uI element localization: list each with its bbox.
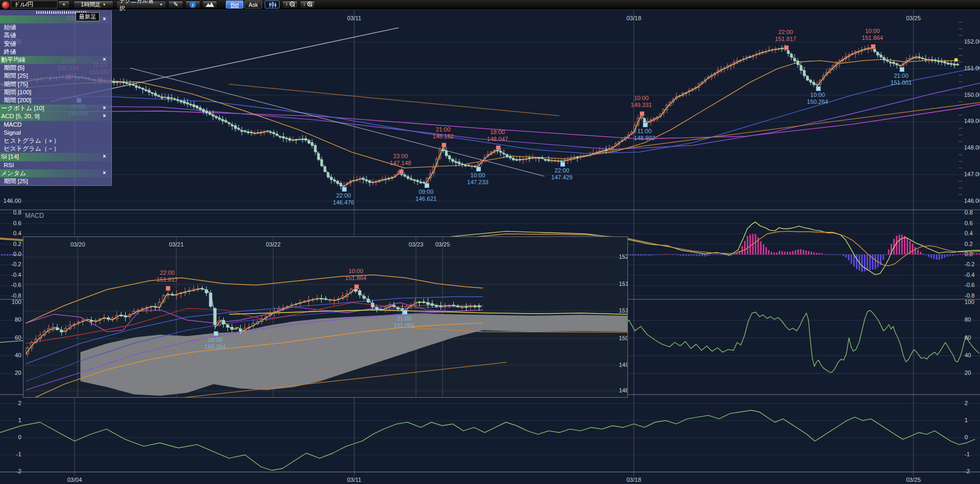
zoom-in-button[interactable]: ↕ <box>300 1 315 9</box>
chevron-down-icon: ▼ <box>62 3 66 6</box>
momentum-axis-label: 0 <box>965 434 968 441</box>
indicator-panel-item[interactable]: RSI <box>0 161 111 169</box>
candle-chart-button[interactable] <box>265 1 280 9</box>
indicator-panel-item[interactable]: ヒストグラム（＋） <box>0 137 111 145</box>
indicator-panel-item[interactable]: 始値 <box>0 23 111 31</box>
high-annotation: 23:00147.148 <box>381 153 420 167</box>
indicator-panel-item[interactable]: 期間 [100] <box>0 88 111 96</box>
date-label-bottom: 03/11 <box>347 477 362 483</box>
inset-price-label: 151 <box>619 307 627 314</box>
bid-label: Bid <box>231 2 239 8</box>
high-annotation: 10:00151.864 <box>337 268 375 282</box>
indicator-panel-item[interactable]: 安値 <box>0 40 111 48</box>
low-annotation: 11:00148.902 <box>625 128 664 142</box>
indicator-panel-header[interactable]: ークボトム [10]× <box>0 104 111 112</box>
rsi-axis-label: 100 <box>965 299 974 306</box>
price-axis-label: 150.00 <box>964 92 979 99</box>
date-label-bottom: 03/18 <box>626 477 641 483</box>
inset-date-label: 03/25 <box>435 241 450 248</box>
rsi-axis-label: 20 <box>0 370 21 376</box>
low-marker <box>560 162 565 167</box>
macd-panel-label: MACD <box>25 212 44 219</box>
currency-pair-dropdown-button[interactable]: ▼ <box>58 1 70 9</box>
technical-select-dropdown[interactable]: テクニカル選択 ▼ <box>116 1 166 9</box>
inset-date-label: 03/22 <box>266 241 281 248</box>
indicator-panel-item[interactable]: 終値 <box>0 48 111 56</box>
draw-tool-button[interactable]: ✎ <box>168 1 183 9</box>
macd-axis-label: -0.8 <box>0 292 21 299</box>
low-annotation: 09:00146.621 <box>407 188 445 202</box>
date-label-bottom: 03/25 <box>906 477 921 483</box>
zoom-out-button[interactable]: ↕ <box>282 1 298 9</box>
chevron-down-icon: ▼ <box>102 3 106 6</box>
date-label-bottom: 03/04 <box>67 477 82 483</box>
chart-style-button[interactable] <box>202 1 217 9</box>
indicator-panel-item[interactable]: 期間 [200] <box>0 96 111 104</box>
inset-price-label: 152 <box>619 253 627 260</box>
indicator-list-panel[interactable]: ×始値高値安値終値動平均線×期間 [5]期間 [25]期間 [75]期間 [10… <box>0 10 112 186</box>
rsi-axis-label: 80 <box>965 316 971 323</box>
indicator-panel-item[interactable]: MACD <box>0 121 111 129</box>
date-label: 03/18 <box>626 15 641 21</box>
low-marker <box>424 183 429 188</box>
price-axis-label: 148.00 <box>964 144 979 151</box>
momentum-axis-label: 2 <box>965 400 968 407</box>
indicator-panel-item[interactable]: 期間 [75] <box>0 80 111 88</box>
inset-chart-canvas[interactable] <box>23 237 627 397</box>
indicator-panel-header[interactable]: SI [14]× <box>0 153 111 161</box>
rsi-axis-label: 60 <box>965 334 971 341</box>
currency-pair-field[interactable]: ドル/円 <box>11 1 58 9</box>
indicator-panel-header[interactable]: ACD [5, 20, 9]× <box>0 112 111 120</box>
low-annotation: 21:00151.001 <box>882 72 920 86</box>
macd-axis-label: -0.4 <box>965 272 975 278</box>
macd-axis-label: -0.4 <box>0 272 21 278</box>
low-marker <box>900 67 904 72</box>
indicator-panel-header[interactable]: メンタム× <box>0 169 111 177</box>
indicator-panel-label: 動平均線 <box>1 56 26 63</box>
macd-axis-label: 0.6 <box>965 220 973 227</box>
pencil-icon: ✎ <box>173 1 178 8</box>
indicator-panel-item[interactable]: 期間 [5] <box>0 64 111 72</box>
price-axis-label: 151.00 <box>964 65 979 72</box>
rsi-axis-label: 20 <box>965 370 971 376</box>
price-axis-label: 152.00 <box>964 38 979 45</box>
macd-axis-label: 0.0 <box>965 251 973 258</box>
inset-chart-window[interactable]: 03/2003/2103/2203/2303/25152151151150149… <box>23 236 628 398</box>
timeframe-dropdown[interactable]: 1時間足 ▼ <box>74 1 113 9</box>
indicator-panel-label: SI [14] <box>1 153 19 160</box>
close-icon[interactable]: × <box>101 153 108 160</box>
macd-axis-label: 0.4 <box>0 230 21 237</box>
low-annotation: 22:00146.476 <box>324 192 363 206</box>
high-marker <box>496 145 501 150</box>
indicator-panel-item[interactable]: 期間 [25] <box>0 72 111 80</box>
indicator-panel-label: ヒストグラム（＋） <box>4 137 60 144</box>
ask-button[interactable]: Ask <box>244 1 262 9</box>
indicator-panel-label: Signal <box>4 129 21 136</box>
indicator-panel-label: 始値 <box>4 24 16 30</box>
high-annotation: 21:00148.152 <box>424 126 462 140</box>
close-icon[interactable]: × <box>101 170 108 176</box>
close-icon[interactable]: × <box>101 16 108 22</box>
bid-button[interactable]: Bid <box>226 1 243 9</box>
high-marker <box>166 286 170 291</box>
macd-axis-label: 0.2 <box>965 241 973 248</box>
record-icon[interactable] <box>2 1 10 9</box>
candle-chart-icon <box>268 2 276 8</box>
indicator-panel-item[interactable]: ヒストグラム（－） <box>0 145 111 153</box>
macd-axis-label: -0.6 <box>0 282 21 289</box>
indicator-panel-header[interactable]: 動平均線× <box>0 56 111 64</box>
timeframe-label: 1時間足 <box>81 1 101 9</box>
indicator-panel-label: 終値 <box>4 48 16 55</box>
indicator-panel-item[interactable]: 期間 [25] <box>0 177 111 185</box>
indicator-panel-label: MACD <box>4 121 22 128</box>
close-icon[interactable]: × <box>101 113 108 119</box>
close-icon[interactable]: × <box>101 105 108 111</box>
zoom-out-icon <box>289 1 295 8</box>
indicator-panel-item[interactable]: 高値 <box>0 31 111 39</box>
low-marker <box>816 86 821 91</box>
macd-axis-label: 0.8 <box>0 209 21 216</box>
close-icon[interactable]: × <box>101 56 108 63</box>
indicator-panel-item[interactable]: Signal <box>0 129 111 137</box>
low-annotation: 10:00150.264 <box>196 337 234 350</box>
info-button[interactable]: i <box>185 1 200 9</box>
